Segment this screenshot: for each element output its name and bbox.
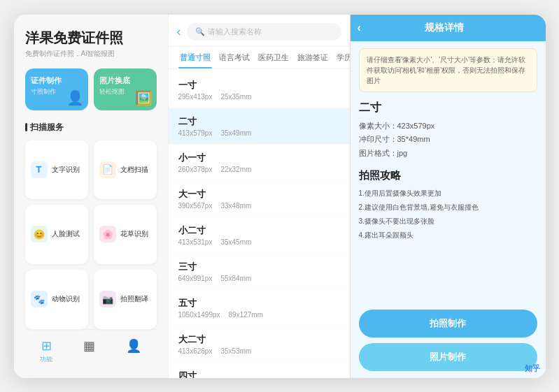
tab-medical[interactable]: 医药卫生 <box>254 47 293 68</box>
middle-header: ‹ 🔍 请输入搜索名称 <box>169 15 350 47</box>
doc-scan-icon: 📄 <box>99 161 116 178</box>
left-panel: 洋果免费证件照 免费制作证件照，Ai智能报图 证件制作 寸照制作 👤 照片换底 … <box>14 15 168 378</box>
scan-services-title: 扫描服务 <box>25 122 157 133</box>
size-row-big2cun[interactable]: 大二寸 413x626px 35x53mm <box>169 326 350 363</box>
nav-profile[interactable]: 👤 <box>126 338 141 364</box>
size-name-small1cun: 小一寸 <box>178 152 340 164</box>
search-placeholder: 请输入搜索名称 <box>208 27 262 37</box>
quick-actions: 证件制作 寸照制作 👤 照片换底 轻松抠图 🖼️ <box>25 68 157 110</box>
tab-language[interactable]: 语言考试 <box>215 47 254 68</box>
service-label-4: 动物识别 <box>52 294 80 304</box>
tab-academic[interactable]: 学历 <box>332 47 350 68</box>
quick-card-photo-swap[interactable]: 照片换底 轻松抠图 🖼️ <box>94 68 157 110</box>
face-detect-icon: 😊 <box>31 226 48 242</box>
flower-recog-icon: 🌸 <box>99 226 116 242</box>
size-px-3cun: 649x991px <box>178 275 213 282</box>
photo-button[interactable]: 照片制作 <box>359 343 537 371</box>
right-footer: 拍照制作 照片制作 <box>351 303 546 378</box>
search-box[interactable]: 🔍 请输入搜索名称 <box>187 23 341 41</box>
detail-section: 二寸 像素大小：423x579px 冲印尺寸：35*49mm 图片格式：jpg <box>359 101 537 161</box>
service-doc-scan[interactable]: 📄 文档扫描 <box>94 140 157 200</box>
quick-card-title-1: 照片换底 <box>99 75 130 86</box>
app-title: 洋果免费证件照 <box>25 29 157 48</box>
id-photo-icon: 👤 <box>66 89 84 106</box>
detail-print: 冲印尺寸：35*49mm <box>359 133 537 147</box>
right-panel: ‹ 规格详情 请仔细查看'像素大小'、'尺寸大小'等参数；请允许软件获取访问'相… <box>350 15 546 378</box>
quick-card-sub-1: 轻松抠图 <box>99 87 125 96</box>
quick-card-id-photo[interactable]: 证件制作 寸照制作 👤 <box>25 68 88 110</box>
detail-pixel: 像素大小：423x579px <box>359 119 537 133</box>
service-label-1: 文档扫描 <box>120 165 148 175</box>
strategy-item-1: 2.建议使用白色背景墙,避免与衣服撞色 <box>359 201 537 215</box>
tab-common[interactable]: 普通寸照 <box>176 47 215 68</box>
size-detail-1cun: 295x413px 25x35mm <box>178 93 340 101</box>
service-grid: T 文字识别 📄 文档扫描 😊 人脸测试 🌸 花草识别 🐾 动物识别 📷 <box>25 140 157 329</box>
size-row-small2cun[interactable]: 小二寸 413x531px 35x45mm <box>169 217 350 254</box>
size-name-1cun: 一寸 <box>178 79 340 92</box>
size-row-5cun[interactable]: 五寸 1050x1499px 89x127mm <box>169 290 350 326</box>
right-header: ‹ 规格详情 <box>351 15 546 41</box>
size-row-big1cun[interactable]: 大一寸 390x567px 33x48mm <box>169 181 350 217</box>
size-detail-big1cun: 390x567px 33x48mm <box>178 202 340 210</box>
text-recog-icon: T <box>31 161 48 178</box>
back-button[interactable]: ‹ <box>177 25 181 38</box>
size-name-4cun: 四寸 <box>178 370 340 378</box>
size-row-small1cun[interactable]: 小一寸 260x378px 22x32mm <box>169 145 350 181</box>
shoot-button[interactable]: 拍照制作 <box>359 310 537 337</box>
service-label-0: 文字识别 <box>52 165 80 175</box>
middle-panel: ‹ 🔍 请输入搜索名称 普通寸照 语言考试 医药卫生 旅游签证 学历 一寸 29… <box>168 15 350 378</box>
service-text-recog[interactable]: T 文字识别 <box>25 140 88 200</box>
service-label-2: 人脸测试 <box>52 229 80 239</box>
size-row-2cun[interactable]: 二寸 413x579px 35x49mm <box>169 108 350 145</box>
size-mm-small1cun: 22x32mm <box>220 166 251 173</box>
notice-box: 请仔细查看'像素大小'、'尺寸大小'等参数；请允许软件获取访问'相机'和'相册'… <box>359 48 537 92</box>
size-name-big1cun: 大一寸 <box>178 188 340 201</box>
size-detail-small1cun: 260x378px 22x32mm <box>178 166 340 173</box>
nav-functions[interactable]: ⊞ 功能 <box>40 338 52 364</box>
size-px-1cun: 295x413px <box>178 93 213 101</box>
size-px-big2cun: 413x626px <box>178 347 213 355</box>
size-name-small2cun: 小二寸 <box>178 224 340 237</box>
strategy-item-0: 1.使用后置摄像头效果更加 <box>359 187 537 201</box>
quick-card-title-0: 证件制作 <box>31 75 62 86</box>
size-mm-small2cun: 35x45mm <box>220 238 251 246</box>
size-px-2cun: 413x579px <box>178 129 213 137</box>
service-flower-recog[interactable]: 🌸 花草识别 <box>94 205 157 264</box>
size-px-small1cun: 260x378px <box>178 166 213 173</box>
tab-travel[interactable]: 旅游签证 <box>293 47 332 68</box>
size-list: 一寸 295x413px 25x35mm 二寸 413x579px 35x49m… <box>169 69 350 378</box>
search-icon: 🔍 <box>195 27 205 36</box>
size-row-1cun[interactable]: 一寸 295x413px 25x35mm <box>169 72 350 108</box>
service-face-detect[interactable]: 😊 人脸测试 <box>25 205 88 264</box>
service-label-3: 花草识别 <box>120 229 148 239</box>
quick-card-sub-0: 寸照制作 <box>31 87 56 96</box>
size-detail-big2cun: 413x626px 35x53mm <box>178 347 340 355</box>
strategy-item-3: 4.露出耳朵跟额头 <box>359 228 537 242</box>
strategy-item-2: 3.摄像头不要出现多张脸 <box>359 215 537 228</box>
strategy-list: 1.使用后置摄像头效果更加2.建议使用白色背景墙,避免与衣服撞色3.摄像头不要出… <box>359 187 537 242</box>
animal-recog-icon: 🐾 <box>31 291 48 307</box>
size-detail-5cun: 1050x1499px 89x127mm <box>178 311 340 319</box>
photo-translate-icon: 📷 <box>99 291 116 307</box>
bottom-nav: ⊞ 功能 ▦ 👤 <box>25 329 157 364</box>
nav-gallery[interactable]: ▦ <box>83 338 95 364</box>
size-row-3cun[interactable]: 三寸 649x991px 55x84mm <box>169 254 350 290</box>
service-animal-recog[interactable]: 🐾 动物识别 <box>25 270 88 329</box>
size-name-2cun: 二寸 <box>178 115 340 128</box>
nav-functions-label: 功能 <box>40 355 52 364</box>
size-row-4cun[interactable]: 四寸 898x1205px 76x102mm <box>169 363 350 378</box>
watermark: 知乎 <box>525 363 540 374</box>
size-mm-2cun: 35x49mm <box>220 129 251 137</box>
tabs-row: 普通寸照 语言考试 医药卫生 旅游签证 学历 <box>169 47 350 69</box>
size-px-big1cun: 390x567px <box>178 202 213 210</box>
app-subtitle: 免费制作证件照，Ai智能报图 <box>25 49 157 59</box>
profile-icon: 👤 <box>126 338 141 354</box>
app-window: 洋果免费证件照 免费制作证件照，Ai智能报图 证件制作 寸照制作 👤 照片换底 … <box>14 15 546 378</box>
size-name-3cun: 三寸 <box>178 261 340 273</box>
size-px-small2cun: 413x531px <box>178 238 213 246</box>
gallery-icon: ▦ <box>83 338 95 354</box>
photo-swap-icon: 🖼️ <box>135 89 153 106</box>
right-back-button[interactable]: ‹ <box>358 22 361 34</box>
service-photo-translate[interactable]: 📷 拍照翻译 <box>94 270 157 329</box>
size-name-big2cun: 大二寸 <box>178 333 340 346</box>
